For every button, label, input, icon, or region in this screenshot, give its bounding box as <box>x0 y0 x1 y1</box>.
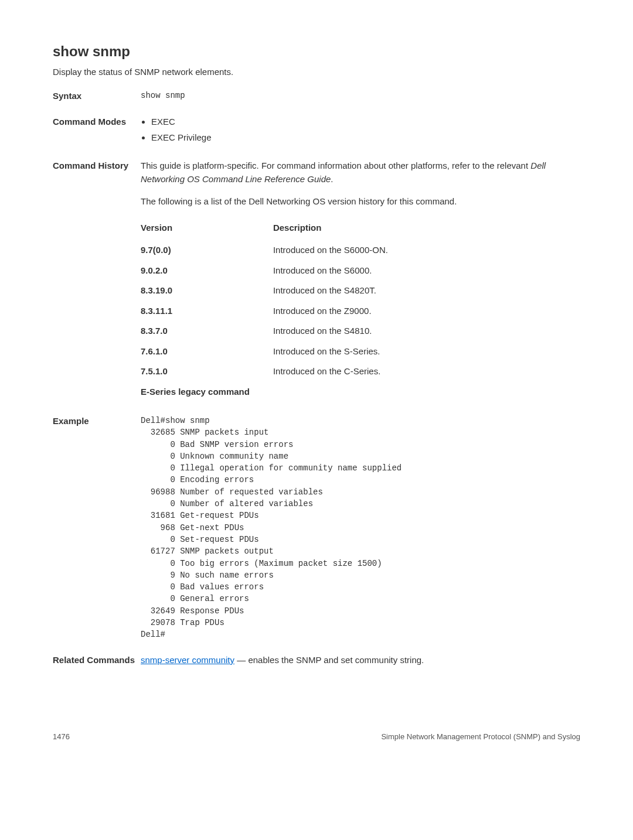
version-col-header: Version <box>141 218 273 241</box>
mode-item: EXEC Privilege <box>151 131 580 145</box>
version-cell: 8.3.11.1 <box>141 301 273 322</box>
table-row: 8.3.11.1Introduced on the Z9000. <box>141 301 411 322</box>
command-modes-label: Command Modes <box>53 115 141 146</box>
version-cell: 8.3.7.0 <box>141 321 273 342</box>
table-row: 9.0.2.0Introduced on the S6000. <box>141 261 411 281</box>
command-history-label: Command History <box>53 159 141 402</box>
table-row: 7.5.1.0Introduced on the C-Series. <box>141 361 411 382</box>
table-row: 9.7(0.0)Introduced on the S6000-ON. <box>141 240 411 261</box>
page-heading: show snmp <box>53 41 580 62</box>
table-row: 7.6.1.0Introduced on the S-Series. <box>141 342 411 362</box>
snmp-server-community-link[interactable]: snmp-server community <box>141 655 234 665</box>
command-modes-list: EXEC EXEC Privilege <box>141 115 580 144</box>
history-para1: This guide is platform-specific. For com… <box>141 159 580 186</box>
desc-cell: Introduced on the C-Series. <box>273 361 411 382</box>
desc-cell: Introduced on the S-Series. <box>273 342 411 362</box>
example-label: Example <box>53 415 141 641</box>
desc-cell: Introduced on the S4810. <box>273 321 411 342</box>
related-after-text: — enables the SNMP and set community str… <box>234 655 424 665</box>
related-commands-label: Related Commands <box>53 654 141 667</box>
table-row: E-Series legacy command <box>141 382 411 402</box>
version-table: Version Description 9.7(0.0)Introduced o… <box>141 218 411 402</box>
mode-item: EXEC <box>151 115 580 129</box>
syntax-label: Syntax <box>53 90 141 103</box>
history-para2: The following is a list of the Dell Netw… <box>141 195 580 209</box>
example-output: Dell#show snmp 32685 SNMP packets input … <box>141 415 580 641</box>
desc-cell <box>273 382 411 402</box>
desc-cell: Introduced on the Z9000. <box>273 301 411 322</box>
page-footer: 1476 Simple Network Management Protocol … <box>53 731 580 743</box>
page-number: 1476 <box>53 731 70 743</box>
footer-title: Simple Network Management Protocol (SNMP… <box>381 731 580 743</box>
intro-text: Display the status of SNMP network eleme… <box>53 66 580 79</box>
version-cell: 8.3.19.0 <box>141 281 273 301</box>
version-cell: 9.0.2.0 <box>141 261 273 281</box>
history-para1-post: . <box>331 174 333 184</box>
related-commands-content: snmp-server community — enables the SNMP… <box>141 654 580 667</box>
desc-cell: Introduced on the S4820T. <box>273 281 411 301</box>
table-row: 8.3.19.0Introduced on the S4820T. <box>141 281 411 301</box>
table-row: 8.3.7.0Introduced on the S4810. <box>141 321 411 342</box>
version-cell: 7.5.1.0 <box>141 361 273 382</box>
history-para1-pre: This guide is platform-specific. For com… <box>141 161 530 170</box>
description-col-header: Description <box>273 218 411 241</box>
version-cell: 7.6.1.0 <box>141 342 273 362</box>
version-cell: 9.7(0.0) <box>141 240 273 261</box>
syntax-value: show snmp <box>141 90 580 103</box>
desc-cell: Introduced on the S6000. <box>273 261 411 281</box>
desc-cell: Introduced on the S6000-ON. <box>273 240 411 261</box>
version-cell: E-Series legacy command <box>141 382 273 402</box>
